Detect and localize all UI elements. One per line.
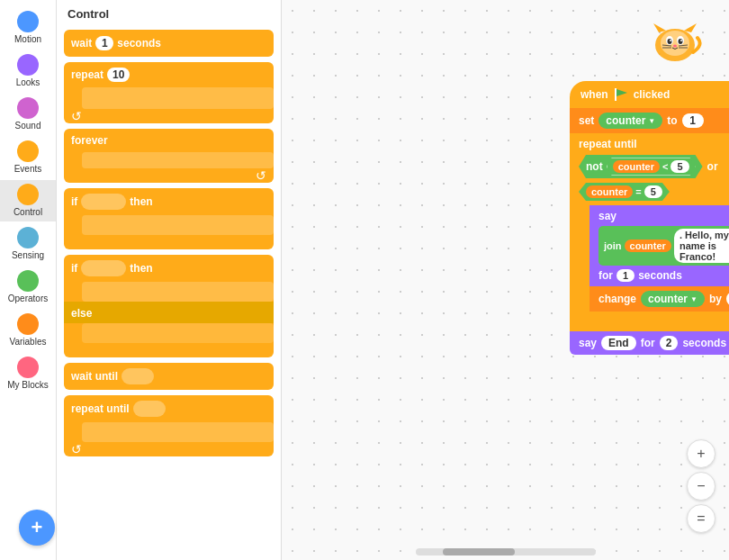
svg-marker-1 — [653, 23, 666, 32]
sidebar-label-motion: Motion — [14, 34, 41, 45]
repeat-until-wrapper[interactable]: repeat until not counter < 5 or counter … — [570, 133, 729, 331]
looks-icon — [17, 54, 39, 76]
end-text[interactable]: End — [601, 336, 636, 350]
svg-marker-16 — [616, 89, 627, 96]
sidebar-label-looks: Looks — [16, 77, 40, 88]
script-canvas[interactable]: when clicked set counter ▼ to 1 repeat u… — [282, 0, 729, 560]
say2-block[interactable]: say End for 2 seconds — [570, 331, 729, 355]
repeat-label: repeat — [71, 68, 104, 81]
sidebar-item-sensing[interactable]: Sensing — [0, 223, 56, 265]
eq-sym: = — [635, 186, 641, 197]
wait-label: wait — [71, 37, 92, 50]
say-label: say — [598, 210, 616, 222]
join-label: join — [604, 240, 622, 251]
repeat-until-block[interactable]: repeat until ↺ — [64, 395, 274, 456]
sidebar-label-operators: Operators — [8, 294, 48, 304]
sidebar-label-variables: Variables — [10, 337, 47, 348]
if-then-else-block[interactable]: if then else — [64, 255, 274, 357]
say-block[interactable]: say join counter . Hello, my name is Fra… — [590, 205, 729, 286]
sidebar-item-control[interactable]: Control — [0, 180, 56, 221]
wait-block[interactable]: wait 1 seconds — [64, 30, 274, 57]
scrollbar-thumb[interactable] — [443, 548, 515, 555]
sensing-icon — [17, 227, 39, 248]
change-var-pill[interactable]: counter ▼ — [641, 291, 705, 307]
variables-icon — [17, 313, 39, 335]
wait-suffix: seconds — [117, 37, 161, 50]
svg-point-8 — [670, 40, 671, 41]
sidebar-label-myblocks: My Blocks — [7, 380, 49, 391]
if2-label: if — [71, 262, 77, 275]
if-then-block[interactable]: if then — [64, 188, 274, 249]
hat-block[interactable]: when clicked — [570, 81, 729, 108]
change-block[interactable]: change counter ▼ by 1 — [590, 286, 729, 312]
zoom-out-button[interactable]: − — [687, 472, 716, 501]
svg-point-6 — [668, 39, 672, 44]
counter-var-2: counter — [586, 185, 633, 198]
zoom-in-button[interactable]: + — [687, 439, 716, 468]
svg-point-10 — [673, 45, 677, 48]
sidebar-item-variables[interactable]: Variables — [0, 310, 56, 351]
when-label: when — [580, 88, 608, 101]
wait-until-block[interactable]: wait until — [64, 363, 274, 390]
repeat-block[interactable]: repeat 10 ↺ — [64, 62, 274, 123]
for-label: for — [598, 269, 613, 282]
change-var-arrow: ▼ — [690, 295, 698, 303]
counter-eq-hex[interactable]: counter = 5 — [579, 183, 670, 201]
seconds2-label: seconds — [682, 337, 726, 349]
counter-lt-hex[interactable]: counter < 5 — [607, 158, 696, 176]
sidebar-item-sound[interactable]: Sound — [0, 94, 56, 135]
not-hex[interactable]: not counter < 5 — [579, 155, 703, 178]
change-label: change — [598, 293, 636, 305]
val5b[interactable]: 5 — [644, 185, 662, 198]
scratch-cat — [648, 18, 702, 68]
then-label: then — [130, 195, 152, 208]
repeat-arrow: ↺ — [71, 109, 82, 123]
sidebar-item-looks[interactable]: Looks — [0, 50, 56, 92]
repeat-until-label: repeat until — [71, 402, 130, 415]
by-label: by — [709, 293, 722, 305]
hello-text[interactable]: . Hello, my name is Franco! — [674, 229, 729, 263]
sidebar-label-events: Events — [14, 164, 42, 175]
set-val-input[interactable]: 1 — [682, 113, 704, 128]
horizontal-scrollbar[interactable] — [282, 548, 729, 555]
wait-value[interactable]: 1 — [95, 36, 113, 50]
for2-label: for — [641, 337, 655, 349]
category-sidebar: Motion Looks Sound Events Control Sensin… — [0, 0, 57, 560]
sidebar-item-myblocks[interactable]: My Blocks — [0, 353, 56, 394]
change-var-text: counter — [648, 293, 688, 305]
sidebar-item-events[interactable]: Events — [0, 137, 56, 178]
set-var-pill[interactable]: counter ▼ — [598, 113, 662, 129]
motion-icon — [17, 11, 39, 32]
set-var-arrow: ▼ — [648, 117, 655, 125]
myblocks-icon — [17, 357, 39, 378]
script-group: when clicked set counter ▼ to 1 repeat u… — [570, 81, 729, 355]
flag-icon — [614, 88, 628, 101]
sound-icon — [17, 97, 39, 119]
val5a[interactable]: 5 — [670, 160, 688, 173]
forever-block[interactable]: forever ↺ — [64, 129, 274, 183]
if-label: if — [71, 195, 77, 208]
set-var-text: counter — [606, 114, 645, 127]
add-extension-button[interactable]: + — [19, 510, 55, 546]
set-block[interactable]: set counter ▼ to 1 — [570, 108, 729, 133]
sidebar-item-operators[interactable]: Operators — [0, 266, 56, 308]
sec2-val[interactable]: 2 — [660, 336, 679, 350]
sidebar-item-motion[interactable]: Motion — [0, 7, 56, 49]
counter-var-1: counter — [613, 160, 660, 173]
sidebar-label-control: Control — [14, 207, 42, 218]
svg-point-9 — [680, 40, 682, 41]
ru-label: repeat until — [579, 138, 637, 150]
zoom-controls: + − = — [687, 439, 716, 533]
or-label: or — [707, 160, 718, 173]
join-block[interactable]: join counter . Hello, my name is Franco! — [598, 226, 729, 266]
sec-val[interactable]: 1 — [616, 269, 634, 282]
events-icon — [17, 140, 39, 162]
then2-label: then — [130, 262, 152, 275]
lt-sym: < — [662, 161, 668, 172]
wait-until-label: wait until — [71, 370, 118, 383]
forever-label: forever — [71, 134, 108, 147]
zoom-reset-button[interactable]: = — [687, 504, 716, 533]
repeat-value[interactable]: 10 — [107, 68, 130, 82]
panel-title: Control — [64, 7, 274, 21]
add-extension-icon: + — [32, 516, 43, 539]
